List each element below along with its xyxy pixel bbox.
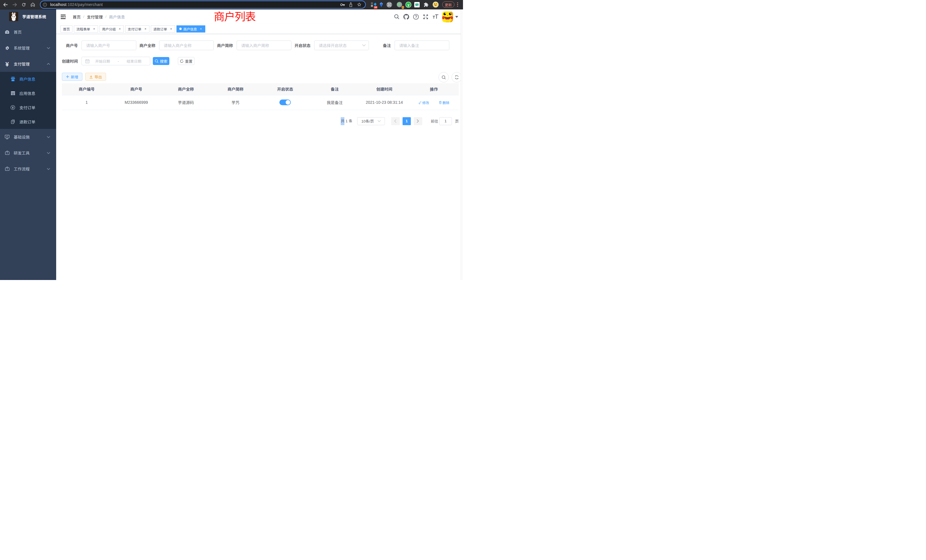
- extension-chat-icon[interactable]: [414, 2, 420, 8]
- sidebar-item-pay[interactable]: ¥ 支付管理: [0, 56, 56, 72]
- sidebar-item-infra[interactable]: 基础设施: [0, 129, 56, 145]
- column-header[interactable]: 创建时间: [360, 83, 409, 95]
- chevron-up-icon: [47, 63, 50, 65]
- selected-text: 共: [341, 117, 344, 125]
- search-button[interactable]: 搜索: [153, 57, 169, 65]
- sidebar-item-label: 基础设施: [14, 134, 30, 140]
- add-button[interactable]: 新增: [62, 73, 82, 81]
- tag-refund-order[interactable]: 退款订单×: [151, 26, 175, 32]
- column-header[interactable]: 开启状态: [260, 83, 310, 95]
- password-key-icon[interactable]: [340, 2, 345, 7]
- edit-link[interactable]: 修改: [419, 100, 429, 105]
- hamburger-icon[interactable]: [61, 15, 65, 19]
- trash-icon: [439, 101, 442, 104]
- export-button[interactable]: 导出: [85, 73, 106, 81]
- prev-page-button[interactable]: [391, 117, 400, 125]
- tag-home[interactable]: 首页: [61, 26, 73, 32]
- user-avatar[interactable]: [442, 11, 463, 22]
- font-size-icon[interactable]: [431, 9, 440, 24]
- bookmark-star-icon[interactable]: [357, 2, 362, 7]
- header-search-icon[interactable]: [392, 9, 401, 24]
- full-name-input[interactable]: 请输入商户全称: [159, 41, 214, 50]
- column-header[interactable]: 商户简称: [211, 83, 260, 95]
- close-icon[interactable]: ×: [199, 27, 203, 31]
- status-toggle[interactable]: [279, 100, 291, 105]
- help-icon[interactable]: [411, 9, 421, 24]
- url-text[interactable]: localhost:1024/pay/merchant: [50, 2, 335, 7]
- close-icon[interactable]: ×: [144, 27, 147, 31]
- column-header[interactable]: 操作: [409, 83, 459, 95]
- remark-input[interactable]: 请输入备注: [395, 41, 449, 50]
- avatar-pikachu-image: [442, 11, 453, 22]
- tag-merchant-info-active[interactable]: 商户信息×: [177, 26, 205, 32]
- chevron-down-icon: [362, 44, 366, 47]
- sidebar-item-label: 首页: [14, 29, 22, 35]
- browser-forward-button[interactable]: [11, 1, 18, 9]
- sidebar-item-refund-order[interactable]: 退款订单: [0, 115, 56, 129]
- refresh-button[interactable]: [452, 72, 462, 82]
- sidebar-item-pay-order[interactable]: 支付订单: [0, 100, 56, 115]
- extension-record-icon[interactable]: 1: [396, 2, 402, 8]
- column-header[interactable]: 商户全称: [161, 83, 211, 95]
- extensions-puzzle-icon[interactable]: [424, 2, 429, 8]
- column-header[interactable]: 商户编号: [62, 83, 112, 95]
- site-info-icon[interactable]: [43, 3, 47, 7]
- date-end-input[interactable]: 结束日期: [121, 59, 147, 64]
- sidebar-item-workflow[interactable]: 工作流程: [0, 161, 56, 177]
- delete-link[interactable]: 删除: [439, 100, 449, 105]
- tag-pay-order[interactable]: 支付订单×: [125, 26, 150, 32]
- extension-y-icon[interactable]: y: [406, 2, 412, 8]
- sidebar-item-devtools[interactable]: 研发工具: [0, 145, 56, 161]
- browser-address-bar[interactable]: localhost:1024/pay/merchant: [40, 1, 366, 9]
- share-icon[interactable]: [349, 2, 353, 7]
- sidebar-logo[interactable]: 芋道管理系统: [0, 9, 56, 24]
- extension-command-icon[interactable]: [386, 2, 392, 8]
- breadcrumb-pay[interactable]: 支付管理: [87, 14, 103, 20]
- table-row: 1 M233666999 芋道源码 芋艿 我是备注 2021-10-23 08:…: [62, 95, 459, 110]
- show-search-button[interactable]: [439, 72, 449, 82]
- browser-update-button[interactable]: 更新: [442, 2, 454, 8]
- merchant-no-input[interactable]: 请输入商户号: [82, 41, 136, 50]
- column-header[interactable]: 商户号: [112, 83, 161, 95]
- profile-emoji-avatar[interactable]: [433, 2, 439, 8]
- extension-blocks-icon[interactable]: 10: [370, 2, 376, 8]
- date-start-input[interactable]: 开始日期: [89, 59, 116, 64]
- tag-process-form[interactable]: 流程表单×: [74, 26, 98, 32]
- breadcrumb-home[interactable]: 首页: [73, 14, 81, 20]
- github-icon[interactable]: [401, 9, 411, 24]
- close-icon[interactable]: ×: [118, 27, 121, 31]
- toggle-knob: [286, 100, 290, 104]
- browser-back-button[interactable]: [2, 1, 9, 9]
- browser-home-button[interactable]: [29, 1, 37, 9]
- status-select[interactable]: 请选择开启状态: [314, 41, 369, 50]
- tag-user-group[interactable]: 用户分组×: [100, 26, 124, 32]
- goto-page-input[interactable]: [439, 117, 452, 125]
- short-name-input[interactable]: 请输入商户简称: [237, 41, 291, 50]
- page-scrollbar[interactable]: [461, 9, 463, 280]
- extension-badge: 10: [374, 6, 377, 9]
- sidebar-item-merchant-info[interactable]: 商户信息: [0, 72, 56, 86]
- column-header[interactable]: 备注: [310, 83, 360, 95]
- close-icon[interactable]: ×: [169, 27, 172, 31]
- next-page-button[interactable]: [414, 117, 422, 125]
- page-size-select[interactable]: 10条/页: [357, 117, 385, 125]
- cell-short-name: 芋艿: [211, 95, 260, 110]
- date-range-picker[interactable]: 开始日期 - 结束日期: [82, 57, 150, 65]
- fullscreen-icon[interactable]: [421, 9, 431, 24]
- browser-menu-kebab-icon[interactable]: [457, 2, 458, 7]
- reset-button[interactable]: 重置: [178, 57, 194, 65]
- sidebar-item-home[interactable]: 首页: [0, 24, 56, 40]
- close-icon[interactable]: ×: [93, 27, 95, 31]
- sidebar-item-app-info[interactable]: 应用信息: [0, 86, 56, 100]
- refresh-icon: [454, 75, 459, 80]
- current-page-button[interactable]: 1: [402, 117, 411, 125]
- breadcrumb-separator: /: [83, 15, 85, 19]
- app-title: 芋道管理系统: [22, 14, 46, 20]
- sidebar-item-system[interactable]: 系统管理: [0, 40, 56, 56]
- chevron-down-icon: [47, 136, 50, 138]
- form-label-create-time: 创建时间: [62, 58, 78, 64]
- browser-reload-button[interactable]: [20, 1, 28, 9]
- extension-gem-icon[interactable]: [378, 2, 384, 8]
- download-icon: [89, 75, 93, 79]
- sidebar-item-label: 研发工具: [14, 150, 30, 156]
